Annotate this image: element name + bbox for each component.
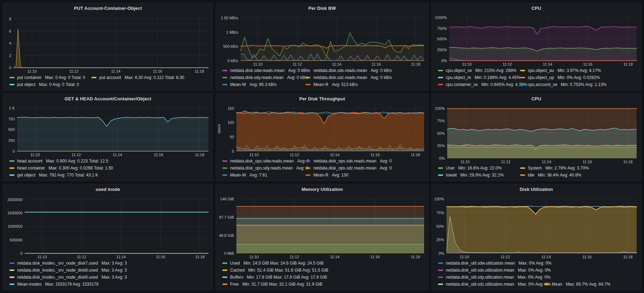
legend-item[interactable]: Mean-RAvg: 130 <box>306 172 348 179</box>
legend-item[interactable]: Mean-RAvg: 513 kB/s <box>306 81 358 88</box>
legend-item[interactable]: FreeMin: 31.7 GiB Max: 32.1 GiB Avg: 31.… <box>222 281 322 288</box>
series-label: netdata.disk.sdx.reads.mean <box>313 67 367 74</box>
legend-item[interactable]: netdata.disk_inodes._srv_node_disk8.used… <box>9 267 127 274</box>
legend-item[interactable]: netdata.disk_inodes._srv_node_disk7.used… <box>9 260 127 267</box>
series-stats: Avg: 0 <box>380 165 392 172</box>
legend-item[interactable]: cpu.object_reMin: 0.186% Avg: 4.45% <box>438 74 520 81</box>
series-color-swatch <box>92 77 96 78</box>
legend-row: Mean-WAvg: 85.3 kB/sMean-RAvg: 513 kB/s <box>222 81 425 88</box>
svg-text:11:16: 11:16 <box>153 69 162 73</box>
series-color-swatch <box>544 284 549 285</box>
legend-item[interactable]: idleMin: 38.4% Avg: 40.8% <box>520 172 582 179</box>
panel-title-disk-utilization[interactable]: Disk Utilization <box>432 184 641 194</box>
svg-text:11:14: 11:14 <box>332 62 342 66</box>
legend-item[interactable]: cpu.account_seMin: 0.753% Avg: 1.13% <box>520 81 607 88</box>
series-stats: Min: 3.97% Avg: 4.17% <box>557 67 601 74</box>
series-label: netdata.disk_ops.sdy.reads.mean <box>230 165 293 172</box>
legend-item[interactable]: put containerMax: 0 Avg: 0 Total: 0 <box>9 74 92 81</box>
legend-item[interactable]: cpu.object_seMin: 215% Avg: 288% <box>438 67 520 74</box>
legend: netdata.disk_ops.sdw.reads.meanAvg: 0net… <box>216 158 428 181</box>
legend-item[interactable]: cpu.container_seMin: 0.845% Avg: 4.38% <box>438 81 520 88</box>
svg-text:100%: 100% <box>435 106 445 111</box>
legend-item[interactable]: netdata.disk_ops.sdx.reads.meanAvg: 0 <box>306 158 391 165</box>
legend-item[interactable]: Mean-WAvg: 7.61 <box>222 172 306 179</box>
series-color-swatch <box>306 160 310 162</box>
legend-item[interactable]: netdata.disk_util.sdx.utilization.meanMa… <box>438 267 551 274</box>
time-series-graph[interactable]: 11:1011:1211:1411:1611:18050100150ops/s <box>216 104 428 158</box>
time-series-graph[interactable]: 11:1011:1211:1411:1611:180 kB/s500 kB/s1… <box>216 13 428 67</box>
legend-item[interactable]: cpu.object_upMin: 0% Avg: 0.0282% <box>520 74 600 81</box>
panel-title-used-inode[interactable]: used inode <box>3 184 213 194</box>
series-color-swatch <box>9 77 14 78</box>
svg-text:11:18: 11:18 <box>623 255 633 259</box>
panel-title-memory-utilization[interactable]: Memory Utilization <box>216 184 428 194</box>
legend-item[interactable]: netdata.disk.sdy.reads.meanAvg: 0 kB/s <box>222 74 306 81</box>
panel-title-get-head[interactable]: GET & HEAD Account/Container/Object <box>3 94 213 104</box>
svg-text:25%: 25% <box>436 238 444 242</box>
series-stats: Max: 0.300 Avg: 0.0268 Total: 1.50 <box>48 165 113 172</box>
legend-row: netdata.disk_util.sdy.utilization.meanMa… <box>438 274 638 281</box>
series-label: Mean-inodes <box>17 281 41 288</box>
panel-cpu-host: CPU 11:1011:1211:1411:1611:180%25%50%75%… <box>431 93 641 181</box>
legend-item[interactable]: netdata.disk_util.sdy.utilization.meanMa… <box>438 274 550 281</box>
legend-item[interactable]: netdata.disk_inodes._srv_node_disk9.used… <box>9 274 127 281</box>
legend-row: netdata.disk_util.sdx.utilization.meanMa… <box>438 267 638 274</box>
legend-item[interactable]: put objectMax: 0 Avg: 0 Total: 0 <box>9 81 79 88</box>
legend-item[interactable]: UsedMin: 24.5 GiB Max: 24.6 GiB Avg: 24.… <box>222 260 324 267</box>
legend-item[interactable]: get objectMax: 792 Avg: 770 Total: 43.1 … <box>9 172 98 179</box>
panel-title-text: used inode <box>96 187 120 192</box>
legend-item[interactable]: netdata.disk_util.sdw.utilization.meanMa… <box>438 260 551 267</box>
legend-item[interactable]: netdata.disk_util.sdz.utilization.meanMa… <box>438 281 544 288</box>
legend-item[interactable]: netdata.disk.sdx.reads.meanAvg: 0 kB/s <box>306 67 392 74</box>
time-series-graph[interactable]: 11:1011:1211:1411:1611:18050000010000001… <box>3 194 213 260</box>
legend-item[interactable]: netdata.disk.sdz.reads.meanAvg: 0 kB/s <box>306 74 392 81</box>
series-label: netdata.disk_util.sdw.utilization.mean <box>446 260 515 267</box>
series-color-swatch <box>9 84 14 85</box>
svg-text:100%: 100% <box>434 197 444 201</box>
legend-row: head accountMax: 0.900 Avg: 0.223 Total:… <box>9 158 210 165</box>
time-series-graph[interactable]: 11:1011:1211:1411:1611:1802505007501 K <box>3 104 213 158</box>
series-stats: Max: 0.900 Avg: 0.223 Total: 12.5 <box>46 158 108 165</box>
legend-item[interactable]: put accountMax: 6.30 Avg: 0.112 Total: 6… <box>92 74 184 81</box>
legend-item[interactable]: SystemMin: 2.79% Avg: 3.70% <box>520 165 589 172</box>
legend-item[interactable]: head containerMax: 0.300 Avg: 0.0268 Tot… <box>9 165 113 172</box>
panel-title-disk-throughput[interactable]: Per Disk Throughput <box>216 94 428 104</box>
svg-text:11:10: 11:10 <box>460 255 469 259</box>
svg-text:11:16: 11:16 <box>370 255 380 259</box>
legend-item[interactable]: IowaitMin: 29.9% Avg: 32.2% <box>438 172 520 179</box>
legend-item[interactable]: BuffersMin: 17.8 GiB Max: 17.8 GiB Avg: … <box>222 274 327 281</box>
legend-item[interactable]: head accountMax: 0.900 Avg: 0.223 Total:… <box>9 158 108 165</box>
legend-item[interactable]: MeanMax: 85.7% Avg: 84.7% <box>544 281 610 288</box>
series-color-swatch <box>9 174 14 176</box>
series-label: cpu.object_re <box>446 74 471 81</box>
legend-row: netdata.disk_ops.sdy.reads.meanAvg: 0net… <box>222 165 425 172</box>
panel-title-put[interactable]: PUT Account-Container-Object <box>3 3 213 13</box>
legend-item[interactable]: netdata.disk_ops.sdw.reads.meanAvg: 0 <box>222 158 306 165</box>
series-color-swatch <box>438 70 443 71</box>
legend-item[interactable]: netdata.disk_ops.sdz.reads.meanAvg: 0 <box>306 165 391 172</box>
series-color-swatch <box>222 174 227 176</box>
legend-item[interactable]: netdata.disk.sdw.reads.meanAvg: 0 kB/s <box>222 67 306 74</box>
legend-item[interactable]: netdata.disk_ops.sdy.reads.meanAvg: 0 <box>222 165 306 172</box>
panel-title-cpu-host[interactable]: CPU <box>432 94 641 104</box>
legend-item[interactable]: Mean-WAvg: 85.3 kB/s <box>222 81 306 88</box>
series-label: head account <box>17 158 42 165</box>
svg-text:0: 0 <box>232 149 234 153</box>
time-series-graph[interactable]: 11:1011:1211:1411:1611:1802468 <box>3 13 213 74</box>
legend-item[interactable]: CachedMin: 51.4 GiB Max: 51.6 GiB Avg: 5… <box>222 267 328 274</box>
legend-row: CachedMin: 51.4 GiB Max: 51.6 GiB Avg: 5… <box>222 267 425 274</box>
svg-text:11:16: 11:16 <box>582 255 592 259</box>
time-series-graph[interactable]: 11:1011:1211:1411:1611:180%250%500%750%1… <box>432 13 641 67</box>
panel-title-cpu-services[interactable]: CPU <box>432 3 641 13</box>
time-series-graph[interactable]: 11:1011:1211:1411:1611:180%25%50%75%100% <box>432 194 641 260</box>
legend: UsedMin: 24.5 GiB Max: 24.6 GiB Avg: 24.… <box>216 260 428 290</box>
time-series-graph[interactable]: 11:1011:1211:1411:1611:180%25%50%75%100% <box>432 104 641 165</box>
time-series-graph[interactable]: 11:1011:1211:1411:1611:180 MiB48.8 GiB97… <box>216 194 428 260</box>
panel-title-disk-bw[interactable]: Per Disk BW <box>216 3 428 13</box>
series-color-swatch <box>222 77 227 78</box>
legend-item[interactable]: UserMin: 16.6% Avg: 22.0% <box>438 165 520 172</box>
series-label: netdata.disk_inodes._srv_node_disk9.used <box>17 274 98 281</box>
series-stats: Min: 215% Avg: 288% <box>475 67 516 74</box>
legend-item[interactable]: cpu.object_auMin: 3.97% Avg: 4.17% <box>520 67 601 74</box>
legend-item[interactable]: Mean-inodesMax: 1533179 Avg: 1533179 <box>9 281 99 288</box>
